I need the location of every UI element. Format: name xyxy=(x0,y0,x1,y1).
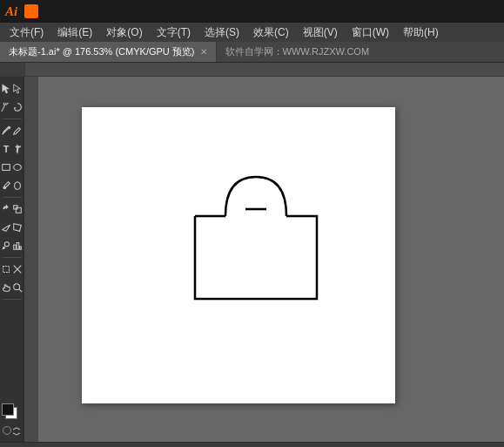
slice-tool[interactable] xyxy=(12,261,23,278)
tab-bar: 未标题-1.ai* @ 176.53% (CMYK/GPU 预览) ✕ 软件自学… xyxy=(0,42,504,63)
color-boxes[interactable] xyxy=(2,403,23,423)
none-icon[interactable] xyxy=(3,426,11,435)
svg-point-14 xyxy=(3,247,5,249)
tab-close-btn[interactable]: ✕ xyxy=(200,47,207,57)
direct-select-tool[interactable] xyxy=(12,80,23,98)
ai-icon xyxy=(24,4,38,18)
ruler-top: // ticks will be drawn inline xyxy=(25,63,504,76)
artboard-tools xyxy=(1,261,23,278)
ruler-corner xyxy=(0,63,25,76)
tab-secondary[interactable]: 软件自学网：WWW.RJZXW.COM xyxy=(217,42,505,62)
ellipse-tool[interactable] xyxy=(12,159,23,176)
artboard-tool[interactable] xyxy=(1,261,11,278)
toolbar: T T xyxy=(0,77,24,442)
hand-zoom-tools xyxy=(1,279,23,296)
vertical-type-tool[interactable]: T xyxy=(12,140,23,158)
menu-item-f[interactable]: 文件(F) xyxy=(3,24,50,42)
svg-point-12 xyxy=(4,242,9,247)
rotate-tool[interactable] xyxy=(1,200,11,218)
type-tools: T T xyxy=(1,140,23,158)
warp-tool[interactable] xyxy=(1,219,11,236)
lasso-tool[interactable] xyxy=(12,98,23,116)
column-graph-tool[interactable] xyxy=(12,237,23,254)
magic-wand-tool[interactable] xyxy=(1,98,11,116)
menu-item-h[interactable]: 帮助(H) xyxy=(397,24,445,42)
scale-tool[interactable] xyxy=(12,200,23,218)
menu-bar: 文件(F)编辑(E)对象(O)文字(T)选择(S)效果(C)视图(V)窗口(W)… xyxy=(0,23,504,42)
symbol-tools xyxy=(1,237,23,254)
color-section xyxy=(2,403,23,438)
pen-tools xyxy=(1,122,23,139)
ruler-left xyxy=(24,77,38,442)
main-workspace: T T xyxy=(0,77,504,442)
menu-item-c[interactable]: 效果(C) xyxy=(247,24,295,42)
canvas-area[interactable] xyxy=(38,77,504,442)
brush-tools xyxy=(1,177,23,194)
select-tool[interactable] xyxy=(1,80,11,98)
symbol-sprayer-tool[interactable] xyxy=(1,237,11,254)
hand-tool[interactable] xyxy=(1,279,11,296)
rotate-scale-tools xyxy=(1,200,23,218)
color-extra-icons xyxy=(3,426,21,435)
title-bar: Ai xyxy=(0,0,504,23)
menu-item-w[interactable]: 窗口(W) xyxy=(346,24,395,42)
free-transform-tool[interactable] xyxy=(12,219,23,236)
svg-rect-18 xyxy=(3,267,10,273)
magic-lasso-tools xyxy=(1,98,23,116)
ai-logo: Ai xyxy=(5,4,17,19)
zoom-tool[interactable] xyxy=(12,279,23,296)
warp-tools xyxy=(1,219,23,236)
tab-label-secondary: 软件自学网：WWW.RJZXW.COM xyxy=(225,45,370,58)
pencil-tool[interactable] xyxy=(12,122,23,139)
brush-tool[interactable] xyxy=(1,177,11,194)
canvas-scroll-area xyxy=(24,77,504,442)
svg-line-3 xyxy=(6,103,9,105)
menu-item-o[interactable]: 对象(O) xyxy=(100,24,148,42)
status-bar xyxy=(0,442,504,447)
blob-brush-tool[interactable] xyxy=(12,177,23,194)
svg-rect-16 xyxy=(17,243,19,250)
menu-item-t[interactable]: 文字(T) xyxy=(151,24,197,42)
tab-active[interactable]: 未标题-1.ai* @ 176.53% (CMYK/GPU 预览) ✕ xyxy=(0,42,217,62)
menu-item-e[interactable]: 编辑(E) xyxy=(51,24,98,42)
type-tool[interactable]: T xyxy=(1,140,11,158)
svg-point-21 xyxy=(14,284,20,290)
canvas-container xyxy=(24,77,504,442)
swap-icon[interactable] xyxy=(12,426,21,435)
svg-rect-17 xyxy=(20,247,22,249)
shopping-bag-artwork xyxy=(186,168,326,308)
menu-item-v[interactable]: 视图(V) xyxy=(297,24,344,42)
svg-point-8 xyxy=(14,165,22,171)
svg-rect-7 xyxy=(3,165,10,171)
menu-item-s[interactable]: 选择(S) xyxy=(198,24,245,42)
svg-line-22 xyxy=(19,289,22,292)
select-tools xyxy=(1,80,23,98)
shape-tools xyxy=(1,159,23,176)
svg-rect-10 xyxy=(16,207,21,213)
svg-rect-0 xyxy=(24,4,38,18)
foreground-color-box[interactable] xyxy=(2,403,14,416)
rect-tool[interactable] xyxy=(1,159,11,176)
pen-tool[interactable] xyxy=(1,122,11,139)
tab-label-active: 未标题-1.ai* @ 176.53% (CMYK/GPU 预览) xyxy=(9,45,195,58)
svg-rect-15 xyxy=(14,245,17,249)
svg-rect-23 xyxy=(24,77,38,442)
